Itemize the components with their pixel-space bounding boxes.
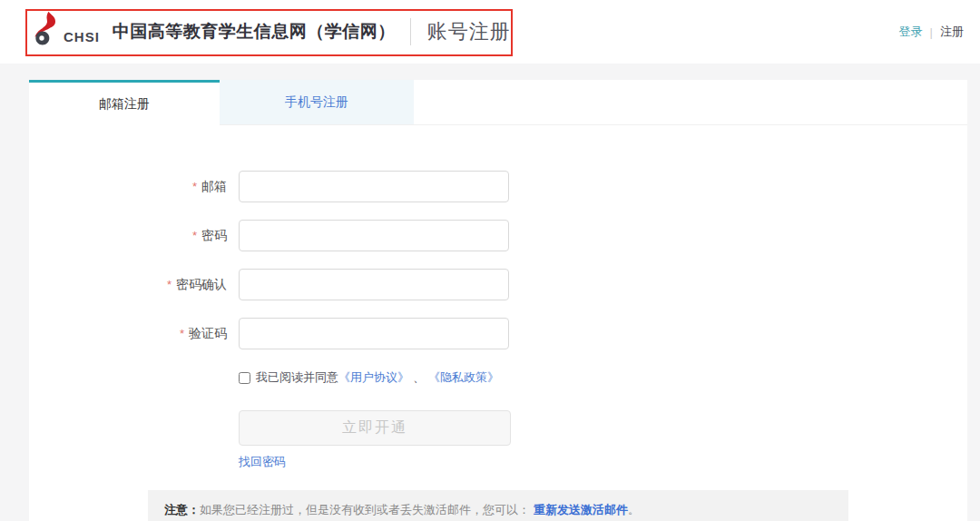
resend-activation-link[interactable]: 重新发送激活邮件 [534,503,628,516]
captcha-row: *验证码 [29,318,967,349]
password-input[interactable] [239,220,509,251]
top-links-separator: | [930,25,933,39]
email-label: *邮箱 [29,179,227,195]
registration-form: *邮箱 *密码 *密码确认 [29,125,967,521]
header-brand: CHSI 中国高等教育学生信息网（学信网） 账号注册 [0,0,980,64]
login-link[interactable]: 登录 [899,24,923,40]
logo-text: CHSI [64,29,100,44]
top-links: 登录 | 注册 [899,0,964,64]
password-confirm-label: *密码确认 [29,277,227,293]
agreement-row: 我已阅读并同意 《用户协议》 、 《隐私政策》 [239,369,967,386]
page: CHSI 中国高等教育学生信息网（学信网） 账号注册 登录 | 注册 邮箱注册 … [0,0,980,521]
required-asterisk: * [192,229,197,242]
required-asterisk: * [167,278,172,291]
registration-card: 邮箱注册 手机号注册 *邮箱 *密码 [29,80,967,521]
agreement-text: 我已阅读并同意 [256,369,338,386]
header-divider [410,18,411,45]
required-asterisk: * [192,180,197,193]
notice-bar: 注意：如果您已经注册过，但是没有收到或者丢失激活邮件，您可以：重新发送激活邮件。 [148,490,848,521]
password-confirm-row: *密码确认 [29,269,967,300]
forgot-password-link[interactable]: 找回密码 [239,454,286,470]
submit-button[interactable]: 立即开通 [239,410,511,446]
user-agreement-link[interactable]: 《用户协议》 [338,369,409,386]
tab-phone-register[interactable]: 手机号注册 [220,80,414,124]
header: CHSI 中国高等教育学生信息网（学信网） 账号注册 登录 | 注册 [0,0,980,64]
chsi-logo-icon [33,11,60,53]
page-title: 账号注册 [427,18,511,45]
password-label: *密码 [29,228,227,244]
email-input[interactable] [239,171,509,202]
tab-email-label: 邮箱注册 [99,96,150,113]
captcha-input[interactable] [239,318,509,349]
main-area: 邮箱注册 手机号注册 *邮箱 *密码 [0,64,980,521]
agreement-separator: 、 [413,369,425,386]
password-confirm-input[interactable] [239,269,509,300]
tab-phone-label: 手机号注册 [285,94,348,111]
tab-bar: 邮箱注册 手机号注册 [29,80,967,125]
required-asterisk: * [180,327,184,340]
password-row: *密码 [29,220,967,251]
tab-email-register[interactable]: 邮箱注册 [29,80,220,125]
register-link[interactable]: 注册 [940,24,964,40]
privacy-policy-link[interactable]: 《隐私政策》 [428,369,499,386]
agreement-checkbox[interactable] [239,372,250,384]
site-title: 中国高等教育学生信息网（学信网） [113,20,396,44]
captcha-label: *验证码 [29,326,227,342]
notice-label: 注意： [164,503,200,516]
email-row: *邮箱 [29,171,967,202]
notice-suffix: 。 [628,503,640,516]
notice-text: 如果您已经注册过，但是没有收到或者丢失激活邮件，您可以： [200,503,530,516]
